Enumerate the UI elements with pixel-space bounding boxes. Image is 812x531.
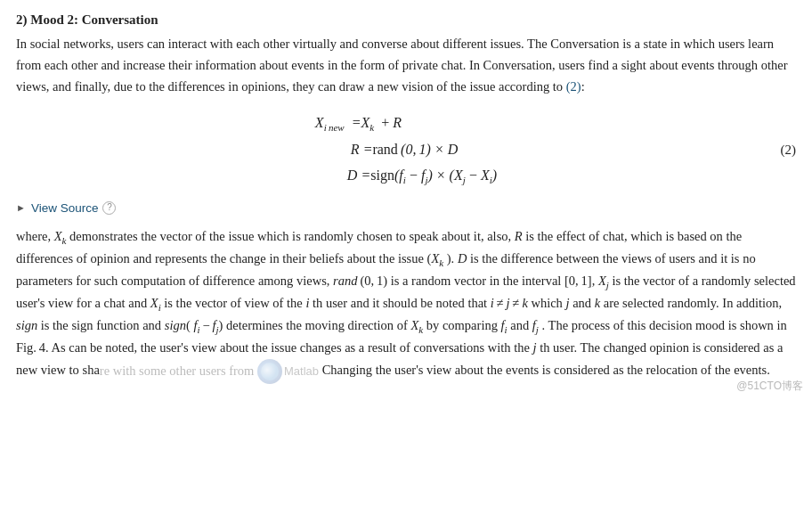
view-source-row: ► View Source ? [16, 199, 796, 218]
watermark-text: @51CTO博客 [736, 380, 803, 392]
formula-line-3: D =sign(fi − fj) × (Xj − Xi) [315, 163, 497, 190]
formula-content: Xi new =Xk + R R =rand (0, 1) × D D =sig… [315, 110, 497, 190]
watermark: @51CTO博客 [736, 378, 803, 395]
view-source-link[interactable]: View Source [31, 199, 99, 218]
description-paragraph: where, Xk demonstrates the vector of the… [16, 226, 796, 384]
formula-block: Xi new =Xk + R R =rand (0, 1) × D D =sig… [16, 110, 796, 190]
intro-paragraph: In social networks, users can interact w… [16, 34, 796, 98]
section-title-text: 2) Mood 2: Conversation [16, 12, 158, 27]
formula-line-1: Xi new =Xk + R [315, 110, 402, 137]
section-title: 2) Mood 2: Conversation [16, 9, 796, 30]
equation-ref: (2) [566, 79, 581, 94]
arrow-icon: ► [16, 200, 26, 216]
formula-line-2: R =rand (0, 1) × D [315, 137, 458, 163]
page-container: 2) Mood 2: Conversation In social networ… [0, 0, 812, 402]
formula-number: (2) [781, 139, 797, 160]
help-icon[interactable]: ? [102, 201, 116, 215]
